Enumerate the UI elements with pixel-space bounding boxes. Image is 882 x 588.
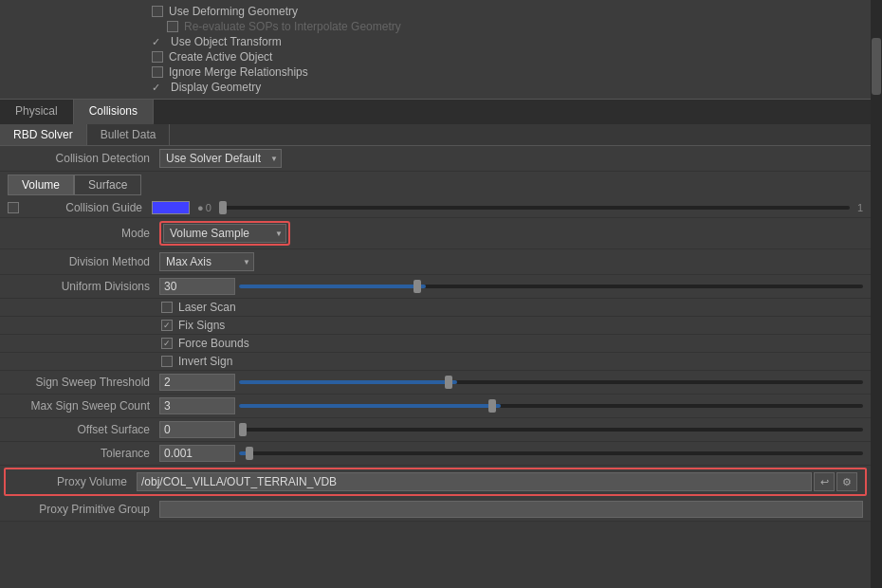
max-sign-sweep-count-input[interactable]	[159, 397, 235, 414]
create-active-row: Create Active Object	[133, 49, 871, 64]
main-content: Use Deforming Geometry Re-evaluate SOPs …	[0, 0, 871, 522]
ignore-merge-checkbox[interactable]	[152, 66, 163, 78]
mode-dropdown[interactable]: Volume Sample	[163, 224, 286, 243]
division-method-row: Division Method Max Axis	[0, 249, 871, 275]
use-object-transform-row: ✓ Use Object Transform	[133, 34, 871, 49]
sign-sweep-threshold-input[interactable]	[159, 374, 235, 391]
collision-guide-label: Collision Guide	[19, 201, 152, 214]
offset-surface-row: Offset Surface	[0, 418, 871, 442]
sign-sweep-threshold-label: Sign Sweep Threshold	[8, 376, 159, 389]
uniform-divisions-thumb[interactable]	[413, 280, 421, 293]
sign-sweep-threshold-row: Sign Sweep Threshold	[0, 371, 871, 395]
fix-signs-row: ✓ Fix Signs	[0, 317, 871, 335]
sign-sweep-threshold-thumb[interactable]	[445, 376, 452, 389]
ignore-merge-label: Ignore Merge Relationships	[169, 65, 308, 79]
re-evaluate-checkbox[interactable]	[167, 21, 178, 32]
main-tabs: Physical Collisions	[0, 99, 871, 124]
tab-bullet-data[interactable]: Bullet Data	[87, 124, 171, 145]
mode-row: Mode Volume Sample	[0, 218, 871, 249]
invert-sign-checkbox[interactable]	[161, 356, 173, 367]
invert-sign-label: Invert Sign	[178, 355, 232, 368]
use-deforming-label: Use Deforming Geometry	[169, 5, 298, 18]
collision-guide-circle: ● 0	[197, 202, 211, 213]
scrollbar-thumb[interactable]	[872, 38, 881, 95]
collision-guide-slider[interactable]	[219, 206, 850, 210]
collision-detection-dropdown-wrapper: Use Solver Default	[159, 149, 282, 168]
division-method-label: Division Method	[8, 255, 159, 268]
top-section: Use Deforming Geometry Re-evaluate SOPs …	[0, 0, 871, 99]
collision-guide-thumb[interactable]	[219, 201, 227, 214]
re-evaluate-row: Re-evaluate SOPs to Interpolate Geometry	[133, 19, 871, 34]
offset-surface-label: Offset Surface	[8, 423, 159, 436]
tolerance-input[interactable]	[159, 445, 235, 462]
uniform-divisions-fill	[239, 285, 426, 288]
create-active-label: Create Active Object	[169, 50, 272, 64]
uniform-divisions-slider[interactable]	[239, 285, 863, 288]
tab-physical[interactable]: Physical	[0, 100, 74, 124]
collision-guide-color-swatch[interactable]	[152, 201, 190, 214]
use-object-transform-checkmark: ✓	[152, 36, 165, 48]
fix-signs-checkbox[interactable]: ✓	[161, 320, 173, 331]
sub-tabs: RBD Solver Bullet Data	[0, 124, 871, 146]
laser-scan-checkbox[interactable]	[161, 302, 173, 313]
collision-detection-label: Collision Detection	[8, 152, 159, 165]
collision-guide-checkbox[interactable]	[8, 202, 19, 213]
uniform-divisions-label: Uniform Divisions	[8, 280, 159, 293]
proxy-primitive-group-label: Proxy Primitive Group	[8, 503, 159, 516]
collision-guide-row: Collision Guide ● 0 1	[0, 198, 871, 218]
create-active-checkbox[interactable]	[152, 51, 163, 63]
collision-guide-max: 1	[857, 202, 863, 213]
proxy-primitive-group-row: Proxy Primitive Group	[0, 498, 871, 522]
tab-surface[interactable]: Surface	[74, 175, 141, 195]
proxy-volume-input[interactable]	[137, 472, 812, 491]
display-geometry-checkmark: ✓	[152, 82, 165, 94]
max-sign-sweep-count-thumb[interactable]	[488, 399, 496, 413]
proxy-volume-label: Proxy Volume	[13, 475, 137, 488]
sign-sweep-threshold-slider[interactable]	[239, 380, 863, 384]
main-wrapper: Use Deforming Geometry Re-evaluate SOPs …	[0, 0, 882, 588]
collision-detection-row: Collision Detection Use Solver Default	[0, 146, 871, 172]
sign-sweep-threshold-fill	[239, 380, 457, 384]
tolerance-thumb[interactable]	[246, 447, 253, 460]
mode-highlight: Volume Sample	[159, 221, 290, 246]
scrollbar[interactable]	[871, 0, 882, 588]
offset-surface-input[interactable]	[159, 421, 235, 438]
mode-label: Mode	[8, 227, 159, 240]
division-method-dropdown-wrapper: Max Axis	[159, 252, 254, 271]
collision-detection-dropdown[interactable]: Use Solver Default	[159, 149, 282, 168]
proxy-volume-gear-button[interactable]: ⚙	[836, 472, 857, 491]
offset-surface-thumb[interactable]	[239, 423, 247, 436]
mode-dropdown-wrapper: Volume Sample	[163, 224, 286, 243]
offset-surface-slider[interactable]	[239, 428, 863, 432]
tolerance-slider[interactable]	[239, 451, 863, 455]
proxy-volume-back-button[interactable]: ↩	[814, 472, 835, 491]
use-deforming-checkbox[interactable]	[152, 6, 163, 17]
force-bounds-checkbox[interactable]: ✓	[161, 338, 173, 349]
max-sign-sweep-count-label: Max Sign Sweep Count	[8, 399, 159, 413]
max-sign-sweep-count-fill	[239, 404, 501, 408]
proxy-volume-row: Proxy Volume ↩ ⚙	[4, 468, 867, 496]
force-bounds-label: Force Bounds	[178, 337, 249, 350]
invert-sign-row: Invert Sign	[0, 353, 871, 371]
max-sign-sweep-count-slider[interactable]	[239, 404, 863, 408]
display-geometry-label: Display Geometry	[171, 81, 261, 94]
ignore-merge-row: Ignore Merge Relationships	[133, 64, 871, 80]
tolerance-label: Tolerance	[8, 447, 159, 460]
vol-surf-tabs: Volume Surface	[0, 172, 871, 198]
tab-volume[interactable]: Volume	[8, 175, 74, 195]
display-geometry-row: ✓ Display Geometry	[133, 80, 871, 95]
fix-signs-label: Fix Signs	[178, 319, 225, 332]
content-area: Collision Detection Use Solver Default V…	[0, 146, 871, 522]
laser-scan-row: Laser Scan	[0, 299, 871, 317]
tab-rbd-solver[interactable]: RBD Solver	[0, 124, 87, 145]
use-deforming-row: Use Deforming Geometry	[133, 4, 871, 19]
tab-collisions[interactable]: Collisions	[74, 100, 154, 124]
max-sign-sweep-count-row: Max Sign Sweep Count	[0, 395, 871, 418]
force-bounds-row: ✓ Force Bounds	[0, 335, 871, 353]
use-object-transform-label: Use Object Transform	[171, 35, 282, 48]
uniform-divisions-input[interactable]	[159, 278, 235, 295]
proxy-primitive-group-input[interactable]	[159, 501, 863, 518]
tolerance-row: Tolerance	[0, 442, 871, 466]
laser-scan-label: Laser Scan	[178, 301, 236, 314]
division-method-dropdown[interactable]: Max Axis	[159, 252, 254, 271]
